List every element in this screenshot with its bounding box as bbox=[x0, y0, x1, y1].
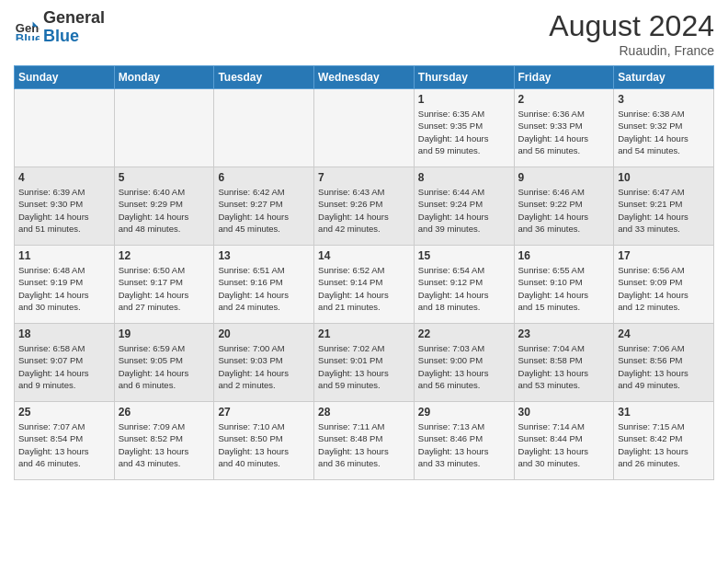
calendar-week-5: 25Sunrise: 7:07 AM Sunset: 8:54 PM Dayli… bbox=[15, 402, 714, 480]
weekday-header-wednesday: Wednesday bbox=[314, 66, 415, 89]
weekday-header-monday: Monday bbox=[114, 66, 214, 89]
calendar-cell: 1Sunrise: 6:35 AM Sunset: 9:35 PM Daylig… bbox=[414, 89, 514, 167]
weekday-header-thursday: Thursday bbox=[414, 66, 514, 89]
calendar-cell: 19Sunrise: 6:59 AM Sunset: 9:05 PM Dayli… bbox=[114, 324, 214, 402]
calendar-cell: 5Sunrise: 6:40 AM Sunset: 9:29 PM Daylig… bbox=[114, 167, 214, 246]
day-info: Sunrise: 6:50 AM Sunset: 9:17 PM Dayligh… bbox=[119, 264, 210, 313]
calendar-cell: 21Sunrise: 7:02 AM Sunset: 9:01 PM Dayli… bbox=[314, 324, 415, 402]
day-info: Sunrise: 7:03 AM Sunset: 9:00 PM Dayligh… bbox=[418, 342, 510, 391]
day-number: 21 bbox=[318, 327, 410, 340]
calendar-cell bbox=[15, 89, 115, 167]
day-number: 9 bbox=[518, 171, 610, 184]
day-number: 18 bbox=[18, 327, 110, 340]
day-info: Sunrise: 7:11 AM Sunset: 8:48 PM Dayligh… bbox=[318, 420, 410, 469]
day-number: 14 bbox=[318, 249, 410, 262]
calendar-cell: 3Sunrise: 6:38 AM Sunset: 9:32 PM Daylig… bbox=[614, 89, 714, 167]
calendar-cell: 9Sunrise: 6:46 AM Sunset: 9:22 PM Daylig… bbox=[514, 167, 614, 246]
calendar-cell: 16Sunrise: 6:55 AM Sunset: 9:10 PM Dayli… bbox=[514, 246, 614, 324]
calendar-cell: 14Sunrise: 6:52 AM Sunset: 9:14 PM Dayli… bbox=[314, 246, 415, 324]
logo-text: GeneralBlue bbox=[43, 9, 105, 46]
calendar-cell: 30Sunrise: 7:14 AM Sunset: 8:44 PM Dayli… bbox=[514, 402, 614, 480]
day-info: Sunrise: 6:36 AM Sunset: 9:33 PM Dayligh… bbox=[518, 108, 610, 156]
calendar-week-4: 18Sunrise: 6:58 AM Sunset: 9:07 PM Dayli… bbox=[15, 324, 714, 402]
day-info: Sunrise: 6:52 AM Sunset: 9:14 PM Dayligh… bbox=[318, 264, 410, 313]
svg-text:Blue: Blue bbox=[16, 31, 40, 40]
day-info: Sunrise: 6:42 AM Sunset: 9:27 PM Dayligh… bbox=[218, 186, 310, 235]
day-number: 4 bbox=[18, 171, 110, 184]
calendar-body: 1Sunrise: 6:35 AM Sunset: 9:35 PM Daylig… bbox=[15, 89, 714, 480]
page-header: General Blue GeneralBlue August 2024 Rua… bbox=[14, 9, 714, 58]
weekday-header-saturday: Saturday bbox=[614, 66, 714, 89]
day-number: 30 bbox=[518, 406, 610, 419]
day-info: Sunrise: 6:58 AM Sunset: 9:07 PM Dayligh… bbox=[18, 342, 110, 391]
calendar-cell: 28Sunrise: 7:11 AM Sunset: 8:48 PM Dayli… bbox=[314, 402, 415, 480]
weekday-header-row: SundayMondayTuesdayWednesdayThursdayFrid… bbox=[15, 66, 714, 89]
day-number: 16 bbox=[518, 249, 610, 262]
day-info: Sunrise: 6:35 AM Sunset: 9:35 PM Dayligh… bbox=[418, 108, 510, 156]
calendar-cell: 29Sunrise: 7:13 AM Sunset: 8:46 PM Dayli… bbox=[414, 402, 514, 480]
calendar-cell: 22Sunrise: 7:03 AM Sunset: 9:00 PM Dayli… bbox=[414, 324, 514, 402]
day-info: Sunrise: 6:51 AM Sunset: 9:16 PM Dayligh… bbox=[218, 264, 310, 313]
day-number: 3 bbox=[618, 93, 710, 106]
day-number: 1 bbox=[418, 93, 510, 106]
calendar-cell: 17Sunrise: 6:56 AM Sunset: 9:09 PM Dayli… bbox=[614, 246, 714, 324]
calendar-cell: 13Sunrise: 6:51 AM Sunset: 9:16 PM Dayli… bbox=[214, 246, 314, 324]
day-number: 23 bbox=[518, 327, 610, 340]
day-info: Sunrise: 6:55 AM Sunset: 9:10 PM Dayligh… bbox=[518, 264, 610, 313]
day-info: Sunrise: 6:38 AM Sunset: 9:32 PM Dayligh… bbox=[618, 108, 710, 156]
day-info: Sunrise: 6:39 AM Sunset: 9:30 PM Dayligh… bbox=[18, 186, 110, 235]
calendar-week-2: 4Sunrise: 6:39 AM Sunset: 9:30 PM Daylig… bbox=[15, 167, 714, 246]
weekday-header-sunday: Sunday bbox=[15, 66, 115, 89]
day-number: 15 bbox=[418, 249, 510, 262]
weekday-header-friday: Friday bbox=[514, 66, 614, 89]
day-info: Sunrise: 6:56 AM Sunset: 9:09 PM Dayligh… bbox=[618, 264, 710, 313]
day-info: Sunrise: 6:59 AM Sunset: 9:05 PM Dayligh… bbox=[119, 342, 210, 391]
calendar-week-1: 1Sunrise: 6:35 AM Sunset: 9:35 PM Daylig… bbox=[15, 89, 714, 167]
title-area: August 2024 Ruaudin, France bbox=[549, 9, 714, 58]
day-info: Sunrise: 7:13 AM Sunset: 8:46 PM Dayligh… bbox=[418, 420, 510, 469]
calendar-cell bbox=[114, 89, 214, 167]
day-number: 25 bbox=[18, 406, 110, 419]
day-number: 12 bbox=[119, 249, 210, 262]
day-number: 7 bbox=[318, 171, 410, 184]
day-number: 31 bbox=[618, 406, 710, 419]
day-info: Sunrise: 7:10 AM Sunset: 8:50 PM Dayligh… bbox=[218, 420, 310, 469]
calendar-header: SundayMondayTuesdayWednesdayThursdayFrid… bbox=[15, 66, 714, 89]
calendar-cell: 2Sunrise: 6:36 AM Sunset: 9:33 PM Daylig… bbox=[514, 89, 614, 167]
day-number: 10 bbox=[618, 171, 710, 184]
day-info: Sunrise: 7:07 AM Sunset: 8:54 PM Dayligh… bbox=[18, 420, 110, 469]
calendar-cell: 8Sunrise: 6:44 AM Sunset: 9:24 PM Daylig… bbox=[414, 167, 514, 246]
logo-icon: General Blue bbox=[14, 15, 40, 40]
calendar-week-3: 11Sunrise: 6:48 AM Sunset: 9:19 PM Dayli… bbox=[15, 246, 714, 324]
calendar-cell: 10Sunrise: 6:47 AM Sunset: 9:21 PM Dayli… bbox=[614, 167, 714, 246]
day-number: 13 bbox=[218, 249, 310, 262]
day-info: Sunrise: 6:47 AM Sunset: 9:21 PM Dayligh… bbox=[618, 186, 710, 235]
calendar-cell: 20Sunrise: 7:00 AM Sunset: 9:03 PM Dayli… bbox=[214, 324, 314, 402]
calendar-cell: 24Sunrise: 7:06 AM Sunset: 8:56 PM Dayli… bbox=[614, 324, 714, 402]
calendar-cell: 12Sunrise: 6:50 AM Sunset: 9:17 PM Dayli… bbox=[114, 246, 214, 324]
calendar-cell bbox=[214, 89, 314, 167]
calendar-cell: 6Sunrise: 6:42 AM Sunset: 9:27 PM Daylig… bbox=[214, 167, 314, 246]
calendar-cell: 7Sunrise: 6:43 AM Sunset: 9:26 PM Daylig… bbox=[314, 167, 415, 246]
calendar-cell: 25Sunrise: 7:07 AM Sunset: 8:54 PM Dayli… bbox=[15, 402, 115, 480]
day-info: Sunrise: 7:04 AM Sunset: 8:58 PM Dayligh… bbox=[518, 342, 610, 391]
day-number: 27 bbox=[218, 406, 310, 419]
day-number: 22 bbox=[418, 327, 510, 340]
calendar-cell: 15Sunrise: 6:54 AM Sunset: 9:12 PM Dayli… bbox=[414, 246, 514, 324]
day-number: 26 bbox=[119, 406, 210, 419]
day-number: 11 bbox=[18, 249, 110, 262]
day-info: Sunrise: 6:46 AM Sunset: 9:22 PM Dayligh… bbox=[518, 186, 610, 235]
day-number: 20 bbox=[218, 327, 310, 340]
day-info: Sunrise: 7:15 AM Sunset: 8:42 PM Dayligh… bbox=[618, 420, 710, 469]
day-number: 2 bbox=[518, 93, 610, 106]
day-info: Sunrise: 6:44 AM Sunset: 9:24 PM Dayligh… bbox=[418, 186, 510, 235]
calendar-cell bbox=[314, 89, 415, 167]
day-number: 6 bbox=[218, 171, 310, 184]
day-number: 17 bbox=[618, 249, 710, 262]
logo: General Blue GeneralBlue bbox=[14, 9, 105, 46]
calendar-cell: 26Sunrise: 7:09 AM Sunset: 8:52 PM Dayli… bbox=[114, 402, 214, 480]
day-info: Sunrise: 7:00 AM Sunset: 9:03 PM Dayligh… bbox=[218, 342, 310, 391]
day-info: Sunrise: 7:06 AM Sunset: 8:56 PM Dayligh… bbox=[618, 342, 710, 391]
day-info: Sunrise: 6:40 AM Sunset: 9:29 PM Dayligh… bbox=[119, 186, 210, 235]
weekday-header-tuesday: Tuesday bbox=[214, 66, 314, 89]
